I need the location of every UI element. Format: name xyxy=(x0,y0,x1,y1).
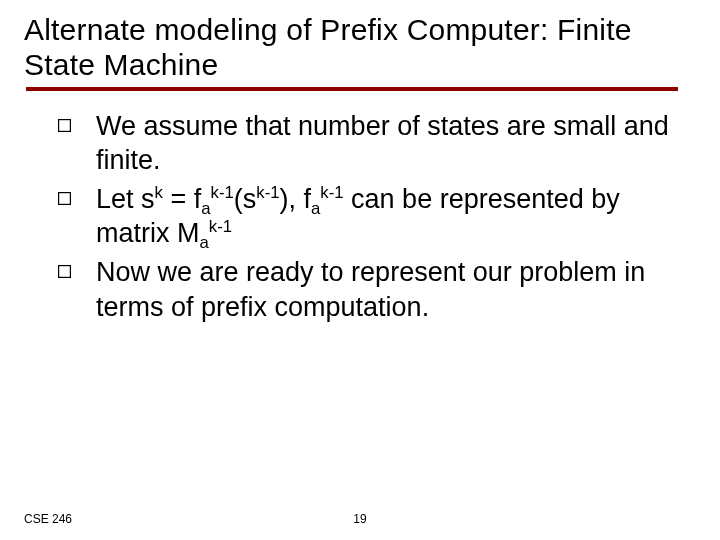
list-item: Now we are ready to represent our proble… xyxy=(58,255,696,324)
svg-rect-0 xyxy=(59,119,71,131)
subscript: a xyxy=(311,199,320,218)
bullet-text: Let sk = fak-1(sk-1), fak-1 can be repre… xyxy=(96,182,696,251)
footer-page-number: 19 xyxy=(353,512,366,526)
slide-title: Alternate modeling of Prefix Computer: F… xyxy=(24,12,696,83)
subscript: a xyxy=(200,234,209,253)
svg-rect-2 xyxy=(59,265,71,277)
superscript: k-1 xyxy=(209,217,232,236)
slide-body: We assume that number of states are smal… xyxy=(24,109,696,324)
slide-footer: CSE 246 19 xyxy=(24,512,696,526)
svg-rect-1 xyxy=(59,192,71,204)
square-bullet-icon xyxy=(58,109,96,132)
list-item: We assume that number of states are smal… xyxy=(58,109,696,178)
superscript: k xyxy=(155,183,163,202)
bullet-text: We assume that number of states are smal… xyxy=(96,109,696,178)
square-bullet-icon xyxy=(58,182,96,205)
footer-course: CSE 246 xyxy=(24,512,72,526)
text-frag: (s xyxy=(234,184,257,214)
text-frag: ), f xyxy=(280,184,312,214)
title-underline xyxy=(26,87,678,91)
superscript: k-1 xyxy=(211,183,234,202)
subscript: a xyxy=(201,199,210,218)
superscript: k-1 xyxy=(256,183,279,202)
text-frag: = f xyxy=(163,184,201,214)
square-bullet-icon xyxy=(58,255,96,278)
superscript: k-1 xyxy=(320,183,343,202)
bullet-text: Now we are ready to represent our proble… xyxy=(96,255,696,324)
list-item: Let sk = fak-1(sk-1), fak-1 can be repre… xyxy=(58,182,696,251)
slide: Alternate modeling of Prefix Computer: F… xyxy=(0,0,720,540)
text-frag: Let s xyxy=(96,184,155,214)
